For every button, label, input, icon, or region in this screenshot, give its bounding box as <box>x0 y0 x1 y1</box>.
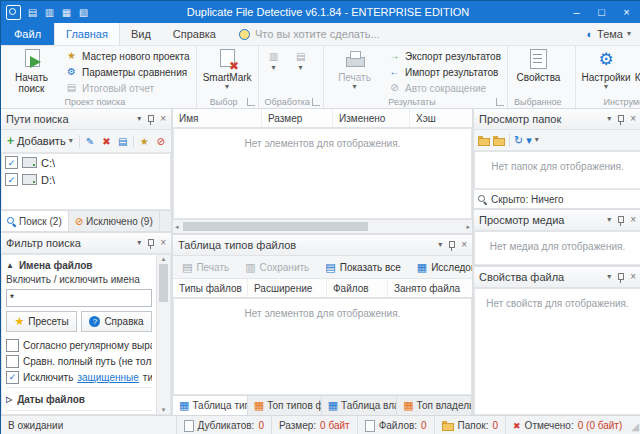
qat-layout-button[interactable]: ▧ <box>75 4 92 20</box>
column-header-hash[interactable]: Хэш <box>410 109 472 127</box>
hidden-filter-row[interactable]: Скрыто: Ничего <box>474 189 640 208</box>
pin-icon[interactable] <box>617 215 624 226</box>
pin-icon[interactable] <box>448 240 455 251</box>
column-header-type[interactable]: Типы файлов <box>173 279 248 297</box>
show-all-button[interactable]: ▤ Показать все <box>320 258 405 276</box>
regex-checkbox-row[interactable]: Согласно регулярному выражение <box>6 337 152 353</box>
scrollbar-thumb[interactable] <box>183 222 368 231</box>
column-header-modified[interactable]: Изменено <box>333 109 410 127</box>
fullpath-checkbox-row[interactable]: Сравн. полный путь (не только и <box>6 353 152 369</box>
scroll-right-icon[interactable]: ▸ <box>464 223 472 231</box>
section-file-names[interactable]: ▲ Имена файлов <box>6 256 152 274</box>
compare-params-button[interactable]: ⚙ Параметры сравнения <box>61 64 194 80</box>
folder-icon[interactable] <box>478 136 490 145</box>
presets-button[interactable]: ★ Пресеты <box>6 311 77 332</box>
process-move-button[interactable]: ▤ ▾ <box>288 47 314 75</box>
filter-funnel-icon[interactable]: ▾ <box>526 135 532 146</box>
close-icon[interactable]: × <box>160 114 166 124</box>
edit-path-icon[interactable]: ✎ <box>83 134 97 149</box>
final-report-button[interactable]: ▤ Итоговый отчет <box>61 80 194 96</box>
import-paths-icon[interactable]: ▤ <box>116 134 130 149</box>
import-results-button[interactable]: ← Импорт результатов <box>384 64 505 80</box>
types-save-button[interactable]: ▥ Сохранить <box>240 258 314 276</box>
add-path-button[interactable]: + Добавить ▾ <box>4 132 76 150</box>
scroll-down-icon[interactable]: ▾ <box>162 406 166 414</box>
help-button[interactable]: ? Справка <box>81 311 152 332</box>
dialog-launcher-icon[interactable] <box>312 98 320 106</box>
scroll-up-icon[interactable]: ▴ <box>162 255 166 263</box>
section-file-sizes[interactable]: ▷ Размеры файлов <box>6 413 152 414</box>
export-results-button[interactable]: → Экспорт результатов <box>384 48 505 64</box>
panel-menu-icon[interactable]: ▾ <box>438 241 442 249</box>
tab-excluded-paths[interactable]: ⊘ Исключено (9) <box>69 211 160 231</box>
chevron-down-icon[interactable]: ▾ <box>535 136 539 144</box>
pin-icon[interactable] <box>147 238 154 249</box>
dialog-launcher-icon[interactable] <box>247 98 255 106</box>
vertical-scrollbar[interactable]: ▴ ▾ <box>156 255 170 414</box>
tab-search-paths[interactable]: Поиск (2) <box>1 211 69 231</box>
column-header-name[interactable]: Имя <box>173 109 262 127</box>
tell-me-search[interactable]: Что вы хотите сделать... <box>227 23 392 45</box>
column-header-size[interactable]: Размер <box>262 109 333 127</box>
scroll-left-icon[interactable]: ◂ <box>173 223 181 231</box>
name-pattern-input[interactable] <box>6 289 152 307</box>
dialog-launcher-icon[interactable] <box>496 98 504 106</box>
pin-icon[interactable] <box>147 114 154 125</box>
resize-grip[interactable]: ◢ <box>629 419 640 434</box>
properties-button[interactable]: Свойства <box>510 47 567 83</box>
tab-view[interactable]: Вид <box>120 23 162 45</box>
regex-checkbox[interactable] <box>6 339 19 352</box>
block-icon[interactable]: ⊘ <box>154 134 168 149</box>
panel-menu-icon[interactable]: ▾ <box>607 115 611 123</box>
column-header-space[interactable]: Занято файла <box>388 279 472 297</box>
path-checkbox[interactable] <box>5 156 18 169</box>
refresh-icon[interactable]: ↻ <box>514 135 523 146</box>
theme-selector[interactable]: ◐ Тема ▾ <box>576 23 640 45</box>
process-delete-button[interactable]: ▥ ▾ <box>261 47 287 75</box>
tab-top-owners[interactable]: ▦ Топ владель... <box>397 396 472 415</box>
exclude-protected-checkbox[interactable] <box>6 371 19 384</box>
smartmark-button[interactable]: SmartMark ▾ <box>199 47 256 91</box>
tab-help[interactable]: Справка <box>162 23 227 45</box>
start-search-button[interactable]: Начать поиск <box>3 47 60 94</box>
exclude-protected-checkbox-row[interactable]: Исключить защищенные типы фа <box>6 369 152 385</box>
panel-menu-icon[interactable]: ▾ <box>137 115 141 123</box>
panel-menu-icon[interactable]: ▾ <box>607 216 611 224</box>
qat-save-button[interactable]: ▤ <box>24 4 41 20</box>
qat-window-button[interactable]: ▦ <box>58 4 75 20</box>
path-checkbox[interactable] <box>5 173 18 186</box>
column-header-files[interactable]: Файлов <box>327 279 388 297</box>
auto-shrink-button[interactable]: ⊘ Авто сокращение <box>384 80 505 96</box>
tab-home[interactable]: Главная <box>54 23 120 45</box>
pin-icon[interactable] <box>617 272 624 283</box>
list-item[interactable]: C:\ <box>2 154 170 171</box>
settings-button[interactable]: ⚙ Настройки ▾ <box>578 47 635 91</box>
list-item[interactable]: D:\ <box>2 171 170 188</box>
tab-file[interactable]: Файл <box>1 23 54 45</box>
tab-types-table[interactable]: ▦ Таблица тип... <box>173 396 248 415</box>
panel-menu-icon[interactable]: ▾ <box>607 273 611 281</box>
tab-top-types[interactable]: ▦ Топ типов ф... <box>248 396 322 415</box>
column-header-extension[interactable]: Расширение <box>248 279 327 297</box>
print-button[interactable]: Печать ▾ <box>326 47 383 91</box>
fullpath-checkbox[interactable] <box>6 355 19 368</box>
close-button[interactable]: × <box>614 3 639 21</box>
lock-icon[interactable]: ★ <box>137 134 151 149</box>
qat-report-button[interactable]: ▥ <box>41 4 58 20</box>
pin-icon[interactable] <box>617 114 624 125</box>
hash-calculator-button[interactable]: ▦ Калькулятор хеша <box>636 47 640 94</box>
types-print-button[interactable]: ▤ Печать <box>177 258 234 276</box>
close-icon[interactable]: × <box>630 114 636 124</box>
new-project-wizard-button[interactable]: ★ Мастер нового проекта <box>61 48 194 64</box>
close-icon[interactable]: × <box>461 240 467 250</box>
folder-open-icon[interactable] <box>493 136 505 145</box>
close-icon[interactable]: × <box>630 215 636 225</box>
close-icon[interactable]: × <box>630 272 636 282</box>
protected-types-link[interactable]: защищенные <box>77 372 138 383</box>
scrollbar-thumb[interactable] <box>159 264 168 302</box>
maximize-button[interactable]: □ <box>589 3 614 21</box>
minimize-button[interactable]: – <box>564 3 589 21</box>
tab-owners-table[interactable]: ▦ Таблица вла... <box>322 396 397 415</box>
section-file-dates[interactable]: ▷ Даты файлов <box>6 390 152 408</box>
horizontal-scrollbar[interactable]: ◂ ▸ <box>173 219 472 233</box>
